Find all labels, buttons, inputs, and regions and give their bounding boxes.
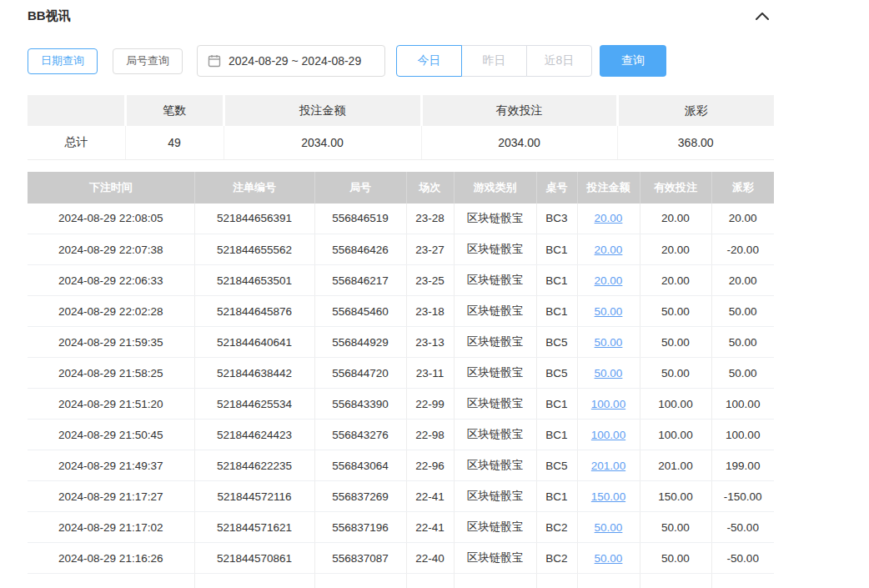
yesterday-button[interactable]: 昨日 bbox=[461, 45, 527, 77]
round-query-tab[interactable]: 局号查询 bbox=[113, 48, 183, 74]
cell-game_type: 区块链骰宝 bbox=[454, 450, 536, 481]
collapse-icon[interactable] bbox=[756, 13, 774, 20]
cell-game_type: 区块链骰宝 bbox=[454, 512, 536, 543]
cell-bet_amount: 150.00 bbox=[577, 481, 640, 512]
cell-time: 2024-08-29 21:58:25 bbox=[28, 358, 194, 389]
cell-time: 2024-08-29 22:02:28 bbox=[28, 296, 194, 327]
bet-table-header-row: 下注时间注单编号局号场次游戏类别桌号投注金额有效投注派彩 bbox=[28, 172, 774, 204]
cell-session: 23-18 bbox=[406, 296, 454, 327]
cell-payout: 100.00 bbox=[711, 420, 774, 450]
bet-amount-link[interactable]: 150.00 bbox=[591, 490, 625, 503]
cell-session: 22-96 bbox=[406, 450, 454, 481]
cell-session: 22-98 bbox=[406, 420, 454, 450]
summary-header-payout: 派彩 bbox=[617, 95, 774, 126]
today-button[interactable]: 今日 bbox=[396, 45, 462, 77]
cell-round_no: 556845460 bbox=[314, 296, 406, 327]
date-range-value: 2024-08-29 ~ 2024-08-29 bbox=[229, 54, 361, 68]
bet-amount-link[interactable]: 201.00 bbox=[591, 460, 625, 472]
table-row: 2024-08-29 21:58:25521844638442556844720… bbox=[28, 358, 774, 389]
cell-order_no: 521844638442 bbox=[194, 358, 314, 389]
summary-header-valid-bet: 有效投注 bbox=[421, 95, 617, 126]
cell-game_type: 区块链骰宝 bbox=[454, 296, 536, 327]
cell-payout: 199.00 bbox=[711, 450, 774, 481]
bet-amount-link[interactable]: 100.00 bbox=[591, 398, 625, 410]
cell-round_no: 556837196 bbox=[314, 512, 406, 543]
cell-table_no: BC2 bbox=[536, 543, 577, 574]
cell-order_no: 521844653501 bbox=[194, 265, 314, 296]
cell-table_no: BC1 bbox=[536, 265, 577, 296]
cell-time: 2024-08-29 21:50:45 bbox=[28, 420, 194, 450]
cell-table_no: BC1 bbox=[536, 420, 577, 450]
cell-round_no: 556837087 bbox=[314, 543, 406, 574]
cell-bet_amount: 50.00 bbox=[577, 327, 640, 358]
bet-amount-link[interactable]: 20.00 bbox=[595, 212, 623, 224]
table-row: 2024-08-29 21:50:45521844624423556843276… bbox=[28, 420, 774, 450]
quick-range-group: 今日 昨日 近8日 bbox=[396, 45, 592, 77]
cell-order_no: 521844624423 bbox=[194, 420, 314, 450]
cell-table_no: BC1 bbox=[536, 234, 577, 265]
cell-payout: 20.00 bbox=[711, 204, 774, 234]
cell-payout: 50.00 bbox=[711, 358, 774, 389]
cell-valid_bet: 20.00 bbox=[640, 265, 711, 296]
table-row: 2024-08-29 21:17:02521844571621556837196… bbox=[28, 512, 774, 543]
bet-table: 下注时间注单编号局号场次游戏类别桌号投注金额有效投注派彩 2024-08-29 … bbox=[28, 172, 774, 588]
summary-header-bet-amount: 投注金额 bbox=[224, 95, 421, 126]
panel-header: BB视讯 bbox=[28, 7, 774, 25]
bet-amount-link[interactable]: 20.00 bbox=[595, 244, 623, 256]
summary-table: 笔数 投注金额 有效投注 派彩 总计 49 2034.00 2034.00 36… bbox=[28, 95, 774, 160]
column-header-order_no: 注单编号 bbox=[194, 172, 314, 204]
cell-session: 23-25 bbox=[406, 265, 454, 296]
summary-header-blank bbox=[28, 95, 125, 126]
date-query-tab[interactable]: 日期查询 bbox=[28, 48, 98, 74]
bet-table-body: 2024-08-29 22:08:05521844656391556846519… bbox=[28, 204, 774, 588]
cell-game_type: 区块链骰宝 bbox=[454, 481, 536, 512]
cell-time: 2024-08-29 21:59:35 bbox=[28, 327, 194, 358]
search-button[interactable]: 查询 bbox=[600, 45, 666, 77]
cell-session: 22-41 bbox=[406, 512, 454, 543]
cell-order_no: 521844571621 bbox=[194, 512, 314, 543]
cell-time: 2024-08-29 21:17:27 bbox=[28, 481, 194, 512]
bet-amount-link[interactable]: 20.00 bbox=[595, 274, 623, 287]
cell-table_no: BC5 bbox=[536, 358, 577, 389]
bet-amount-link[interactable]: 50.00 bbox=[595, 552, 623, 565]
cell-game_type: 区块链骰宝 bbox=[454, 234, 536, 265]
cell-valid_bet: 50.00 bbox=[640, 296, 711, 327]
cell-order_no: 521844656391 bbox=[194, 204, 314, 234]
cell-order_no: 521844645876 bbox=[194, 296, 314, 327]
bet-amount-link[interactable]: 50.00 bbox=[595, 367, 623, 379]
summary-total-valid-bet: 2034.00 bbox=[421, 126, 617, 159]
cell-valid_bet: 50.00 bbox=[640, 543, 711, 574]
cell-order_no: 521844622235 bbox=[194, 450, 314, 481]
last-8-days-button[interactable]: 近8日 bbox=[526, 45, 592, 77]
cell-payout: -50.00 bbox=[711, 543, 774, 574]
bet-amount-link[interactable]: 100.00 bbox=[591, 429, 625, 441]
cell-order_no: 521844572116 bbox=[194, 481, 314, 512]
cell-table_no: BC1 bbox=[536, 481, 577, 512]
cell-order_no: 521844570861 bbox=[194, 543, 314, 574]
column-header-time: 下注时间 bbox=[28, 172, 194, 204]
cell-session: 22-99 bbox=[406, 389, 454, 420]
bet-amount-link[interactable]: 50.00 bbox=[595, 336, 623, 349]
filter-bar: 日期查询 局号查询 2024-08-29 ~ 2024-08-29 今日 昨日 … bbox=[28, 45, 774, 77]
cell-table_no: BC5 bbox=[536, 327, 577, 358]
cell-round_no: 556844720 bbox=[314, 358, 406, 389]
cell-bet_amount: 20.00 bbox=[577, 234, 640, 265]
table-row: 2024-08-29 22:08:05521844656391556846519… bbox=[28, 204, 774, 234]
cell-valid_bet: 100.00 bbox=[640, 420, 711, 450]
cell-time: 2024-08-29 22:08:05 bbox=[28, 204, 194, 234]
date-range-picker[interactable]: 2024-08-29 ~ 2024-08-29 bbox=[197, 45, 385, 77]
cell-table_no: BC5 bbox=[536, 450, 577, 481]
bet-amount-link[interactable]: 50.00 bbox=[595, 521, 623, 534]
column-header-table_no: 桌号 bbox=[536, 172, 577, 204]
cell-session: 23-13 bbox=[406, 327, 454, 358]
cell-bet_amount: 20.00 bbox=[577, 265, 640, 296]
column-header-bet_amount: 投注金额 bbox=[577, 172, 640, 204]
cell-valid_bet: 20.00 bbox=[640, 234, 711, 265]
cell-order_no: 521844655562 bbox=[194, 234, 314, 265]
cell-bet_amount: 20.00 bbox=[577, 204, 640, 234]
bet-amount-link[interactable]: 50.00 bbox=[595, 305, 623, 318]
cell-round_no: 556846519 bbox=[314, 204, 406, 234]
summary-header-row: 笔数 投注金额 有效投注 派彩 bbox=[28, 95, 774, 126]
cell-session: 23-11 bbox=[406, 358, 454, 389]
calendar-icon bbox=[208, 54, 221, 68]
